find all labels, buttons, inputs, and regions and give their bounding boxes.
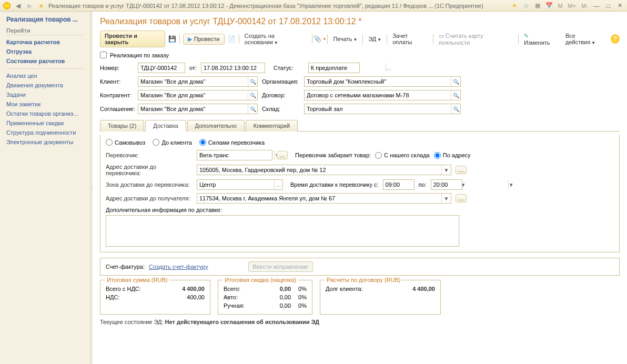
addr-carrier-btn[interactable]: …: [456, 166, 467, 174]
nav-edocs[interactable]: Электронные документы: [6, 137, 84, 147]
radio-by-address[interactable]: По адресу: [434, 152, 471, 159]
totals-discount-box: Итоговая скидка (наценка) Всего:0,000% А…: [218, 280, 312, 315]
edit-button[interactable]: ✎ Изменить: [522, 32, 557, 47]
nav-discounts[interactable]: Примененные скидки: [6, 118, 84, 128]
nav-stock[interactable]: Остатки товаров организ...: [6, 109, 84, 118]
date-input[interactable]: [201, 63, 278, 73]
carrier-input[interactable]: [197, 150, 274, 160]
attach-icon[interactable]: 📎▼: [316, 35, 324, 43]
all-actions-dropdown[interactable]: Все действия▼: [563, 32, 608, 46]
addr-recipient-btn[interactable]: …: [456, 194, 467, 203]
warehouse-input[interactable]: [305, 104, 451, 114]
nav-payment-state[interactable]: Состояние расчетов: [6, 56, 84, 66]
calendar-icon[interactable]: 📅: [545, 2, 553, 10]
radio-from-warehouse[interactable]: С нашего склада: [375, 152, 430, 159]
favorite-icon[interactable]: ★: [37, 2, 45, 10]
window-title: Реализация товаров и услуг ТДЦУ-000142 о…: [48, 3, 507, 9]
close-btn[interactable]: ✕: [615, 2, 624, 9]
client-input[interactable]: [138, 77, 248, 86]
offset-button[interactable]: Зачет оплаты: [390, 32, 429, 46]
addr-carrier-label: Адрес доставки до перевозчика:: [106, 164, 193, 176]
save-icon[interactable]: 💾: [168, 35, 176, 43]
m-minus-btn[interactable]: M-: [580, 3, 589, 9]
time-label: Время доставки к перевозчику с:: [290, 181, 379, 188]
time-to-input[interactable]: [431, 180, 508, 189]
client-label: Клиент:: [100, 78, 134, 85]
org-select-btn[interactable]: 🔍: [451, 77, 460, 86]
contract-select-btn[interactable]: 🔍: [451, 90, 460, 100]
ed-status-row: Текущее состояние ЭД: Нет действующего с…: [100, 319, 620, 325]
zone-btn[interactable]: …: [274, 180, 282, 189]
counterparty-select-btn[interactable]: 🔍: [248, 90, 257, 100]
nav-structure[interactable]: Структура подчиненности: [6, 128, 84, 137]
ed-dropdown[interactable]: ЭД▼: [366, 35, 383, 43]
nav-fwd-icon[interactable]: ▶: [25, 2, 34, 10]
help-icon[interactable]: ?: [611, 34, 620, 44]
extra-info-label: Дополнительная информация по доставке:: [106, 207, 614, 213]
zone-input[interactable]: [197, 180, 274, 189]
maximize-btn[interactable]: □: [604, 2, 612, 9]
correction-button[interactable]: Ввести исправление: [248, 261, 313, 272]
toolbar: Провести и закрыть 💾 ▶Провести 📄 Создать…: [100, 31, 620, 47]
org-label: Организация:: [262, 78, 300, 85]
from-label: от:: [189, 65, 197, 71]
print-dropdown[interactable]: Печать▼: [331, 35, 359, 43]
by-order-checkbox[interactable]: [100, 52, 107, 58]
extra-info-textarea[interactable]: [106, 215, 459, 247]
doc-icon[interactable]: 📄: [228, 35, 236, 43]
addr-recipient-input[interactable]: [197, 194, 441, 203]
post-button[interactable]: ▶Провести: [183, 34, 225, 45]
create-invoice-link[interactable]: Создать счет-фактуру: [149, 264, 208, 270]
time-to-dd[interactable]: ▼: [508, 180, 514, 189]
pickup-label: Перевозчик забирает товар:: [295, 152, 371, 158]
addr-carrier-dd[interactable]: ▼: [441, 165, 451, 175]
carrier-label: Перевозчик:: [106, 152, 193, 158]
radio-to-client[interactable]: До клиента: [153, 139, 191, 146]
tab-additional[interactable]: Дополнительно: [187, 120, 245, 132]
nav-tasks[interactable]: Задачи: [6, 90, 84, 99]
agreement-input[interactable]: [138, 104, 248, 114]
nav-shipment[interactable]: Отгрузка: [6, 47, 84, 56]
time-to-label: по:: [419, 181, 427, 188]
tab-comment[interactable]: Комментарий: [246, 120, 298, 132]
status-input[interactable]: [309, 63, 386, 73]
loyalty-button[interactable]: ▭ Считать карту лояльности: [437, 32, 515, 47]
app-logo-icon: 1c: [3, 2, 11, 9]
link-icon[interactable]: ◇: [522, 2, 530, 10]
nav-back-icon[interactable]: ◀: [14, 2, 22, 10]
contract-input[interactable]: [305, 90, 451, 100]
sidebar-section-goto: Перейти: [6, 27, 84, 35]
sidebar-header: Реализация товаров ...: [6, 16, 84, 23]
org-input[interactable]: [305, 77, 451, 86]
addr-recipient-dd[interactable]: ▼: [441, 194, 451, 203]
radio-pickup[interactable]: Самовывоз: [106, 139, 145, 146]
post-and-close-button[interactable]: Провести и закрыть: [100, 31, 165, 47]
calc-icon[interactable]: ▦: [533, 2, 542, 10]
carrier-select-btn[interactable]: …: [277, 151, 288, 159]
radio-carrier[interactable]: Силами перевозчика: [199, 139, 265, 146]
tab-delivery[interactable]: Доставка: [145, 120, 186, 132]
content-area: Реализация товаров и услуг ТДЦУ-000142 о…: [93, 12, 627, 364]
minimize-btn[interactable]: —: [592, 2, 601, 9]
totals-sum-legend: Итоговая сумма (RUB): [105, 277, 169, 283]
agreement-select-btn[interactable]: 🔍: [248, 104, 257, 114]
nav-doc-moves[interactable]: Движения документа: [6, 80, 84, 90]
titlebar: 1c ◀ ▶ ★ Реализация товаров и услуг ТДЦУ…: [0, 0, 627, 12]
by-order-label: Реализация по заказу: [110, 52, 169, 58]
post-icon: ▶: [188, 36, 192, 43]
nav-payment-card[interactable]: Карточка расчетов: [6, 37, 84, 47]
nav-price-analysis[interactable]: Анализ цен: [6, 71, 84, 80]
counterparty-input[interactable]: [138, 90, 248, 100]
star-icon[interactable]: ★: [510, 2, 519, 10]
addr-carrier-input[interactable]: [197, 165, 441, 175]
warehouse-select-btn[interactable]: 🔍: [451, 104, 460, 114]
card-icon: ▭: [439, 33, 444, 39]
delivery-tab-content: Самовывоз До клиента Силами перевозчика …: [100, 135, 620, 252]
nav-notes[interactable]: Мои заметки: [6, 99, 84, 109]
tab-goods[interactable]: Товары (2): [100, 120, 144, 132]
status-select-btn[interactable]: …: [386, 63, 391, 73]
m-btn[interactable]: M: [557, 3, 563, 9]
m-plus-btn[interactable]: M+: [567, 3, 578, 9]
create-based-dropdown[interactable]: Создать на основании▼: [242, 32, 309, 46]
client-select-btn[interactable]: 🔍: [248, 77, 257, 86]
